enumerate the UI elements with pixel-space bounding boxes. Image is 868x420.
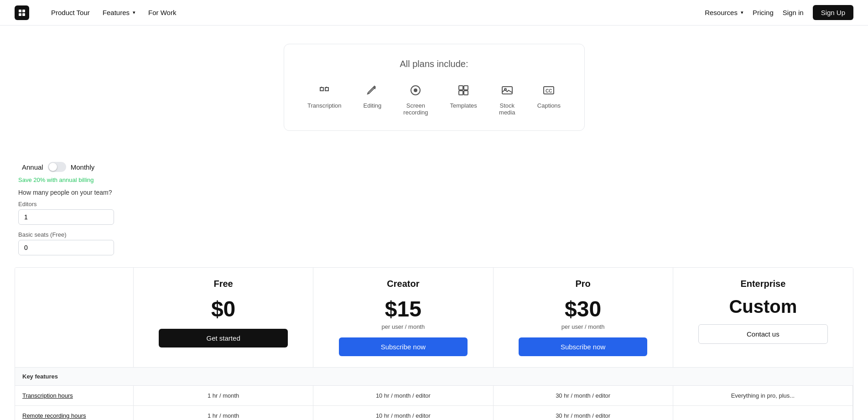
annual-label: Annual xyxy=(22,163,43,171)
grid-icon xyxy=(455,82,472,99)
basic-seats-label: Basic seats (Free) xyxy=(18,231,130,238)
plan-name-enterprise: Enterprise xyxy=(682,279,844,289)
feature-stock-media: Stock media xyxy=(499,82,515,116)
billing-toggle-row: Annual Monthly xyxy=(22,154,130,175)
plan-price-free: $0 xyxy=(143,296,304,321)
billing-toggle[interactable] xyxy=(48,162,66,172)
plan-name-free: Free xyxy=(143,279,304,289)
feature-screen-recording: Screen recording xyxy=(403,82,428,116)
plan-name-creator: Creator xyxy=(322,279,483,289)
feature-stock-media-label: Stock media xyxy=(499,102,515,116)
row-label-remote-recording-hours[interactable]: Remote recording hours xyxy=(15,405,134,420)
cta-enterprise[interactable]: Contact us xyxy=(698,324,827,344)
plan-col-free: Free $0 Get started xyxy=(134,268,313,367)
row-cell-remote-recording-creator: 10 hr / month / editor xyxy=(313,405,493,420)
features-section-header: Key features xyxy=(15,367,853,385)
nav-resources[interactable]: Resources ▾ xyxy=(705,9,743,16)
features-chevron-icon: ▾ xyxy=(133,10,135,16)
feature-templates: Templates xyxy=(450,82,477,116)
svg-rect-2 xyxy=(19,13,21,16)
plan-price-pro: $30 xyxy=(503,296,664,321)
image-icon xyxy=(499,82,515,99)
svg-rect-7 xyxy=(464,86,468,90)
feature-captions: CC Captions xyxy=(537,82,561,116)
plan-col-creator: Creator $15 per user / month Subscribe n… xyxy=(313,268,493,367)
nav-product-tour[interactable]: Product Tour xyxy=(51,9,90,16)
row-cell-transcription-hours-creator: 10 hr / month / editor xyxy=(313,385,493,405)
team-size-heading: How many people on your team? xyxy=(18,189,130,196)
editors-label: Editors xyxy=(18,201,130,207)
row-cell-transcription-hours-enterprise: Everything in pro, plus... xyxy=(673,385,853,405)
record-icon xyxy=(407,82,424,99)
pricing-section: Annual Monthly Save 20% with annual bill… xyxy=(0,145,868,420)
row-cell-remote-recording-enterprise xyxy=(673,405,853,420)
signin-button[interactable]: Sign in xyxy=(783,9,804,16)
plans-include-section: All plans include: Transcription xyxy=(0,26,868,145)
save-label: Save 20% with annual billing xyxy=(18,176,130,183)
svg-rect-9 xyxy=(464,91,468,95)
plan-col-pro: Pro $30 per user / month Subscribe now xyxy=(494,268,673,367)
cc-icon: CC xyxy=(541,82,557,99)
feature-editing-label: Editing xyxy=(364,102,382,109)
feature-templates-label: Templates xyxy=(450,102,477,109)
feature-captions-label: Captions xyxy=(537,102,561,109)
nav-for-work[interactable]: For Work xyxy=(148,9,176,16)
plan-price-sub-creator: per user / month xyxy=(322,323,483,330)
cta-pro[interactable]: Subscribe now xyxy=(519,337,648,356)
svg-rect-3 xyxy=(22,13,25,16)
svg-rect-8 xyxy=(459,91,463,95)
svg-text:CC: CC xyxy=(546,88,552,93)
feature-transcription-label: Transcription xyxy=(307,102,342,109)
row-label-transcription-hours[interactable]: Transcription hours xyxy=(15,385,134,405)
plans-include-title: All plans include: xyxy=(312,59,557,69)
monthly-label: Monthly xyxy=(71,163,95,171)
plans-include-box: All plans include: Transcription xyxy=(284,44,585,131)
nav-features[interactable]: Features ▾ xyxy=(103,9,135,16)
navigation: Product Tour Features ▾ For Work Resourc… xyxy=(0,0,868,26)
plan-price-creator: $15 xyxy=(322,296,483,321)
plan-name-pro: Pro xyxy=(503,279,664,289)
pricing-grid: Free $0 Get started Creator $15 per user… xyxy=(15,267,853,420)
row-cell-transcription-hours-pro: 30 hr / month / editor xyxy=(494,385,673,405)
plan-col-enterprise: Enterprise Custom Contact us xyxy=(673,268,853,367)
row-cell-remote-recording-free: 1 hr / month xyxy=(134,405,313,420)
svg-rect-0 xyxy=(19,10,21,12)
feature-editing: Editing xyxy=(364,82,382,116)
row-cell-transcription-hours-free: 1 hr / month xyxy=(134,385,313,405)
team-size-section: How many people on your team? Editors Ba… xyxy=(18,183,130,267)
toggle-knob xyxy=(49,163,57,171)
feature-transcription: Transcription xyxy=(307,82,342,116)
editors-input[interactable] xyxy=(18,209,114,225)
grid-header-left xyxy=(15,268,134,367)
basic-seats-input[interactable] xyxy=(18,240,114,255)
signup-button[interactable]: Sign Up xyxy=(813,5,853,20)
resources-chevron-icon: ▾ xyxy=(741,10,743,16)
billing-controls: Annual Monthly Save 20% with annual bill… xyxy=(15,154,133,267)
plans-include-icons: Transcription Editing xyxy=(312,82,557,116)
row-cell-remote-recording-pro: 30 hr / month / editor xyxy=(494,405,673,420)
logo[interactable] xyxy=(15,5,29,20)
svg-rect-6 xyxy=(459,86,463,90)
plan-price-enterprise: Custom xyxy=(682,296,844,317)
svg-rect-1 xyxy=(22,10,25,12)
feature-screen-recording-label: Screen recording xyxy=(403,102,428,116)
cta-free[interactable]: Get started xyxy=(159,329,288,347)
svg-point-5 xyxy=(414,88,417,92)
cta-creator[interactable]: Subscribe now xyxy=(339,337,468,356)
quote-icon xyxy=(316,82,333,99)
plan-price-sub-pro: per user / month xyxy=(503,323,664,330)
pencil-icon xyxy=(364,82,380,99)
nav-pricing[interactable]: Pricing xyxy=(753,9,774,16)
